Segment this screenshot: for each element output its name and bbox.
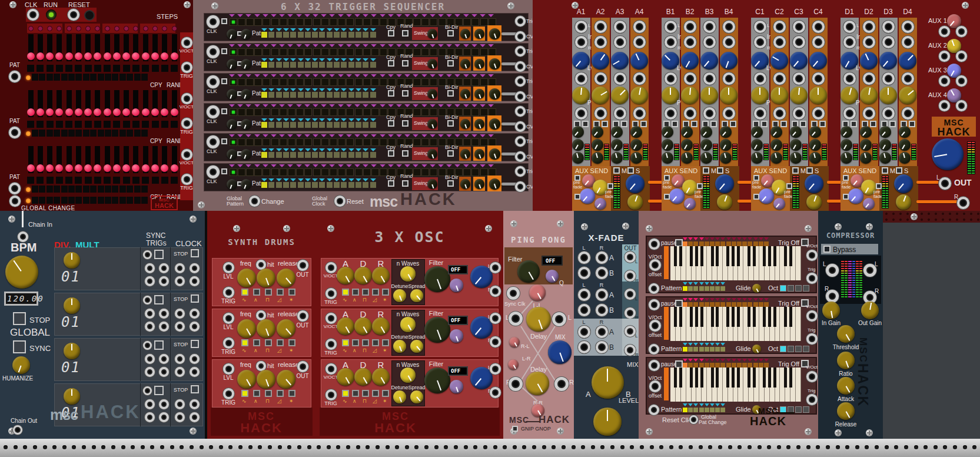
pattern-step-marker[interactable] — [319, 58, 325, 61]
trigger-step-marker[interactable] — [388, 14, 394, 17]
note-step[interactable] — [705, 302, 709, 307]
note-step[interactable] — [764, 363, 769, 367]
note-step[interactable] — [726, 241, 731, 246]
pattern-step[interactable] — [305, 122, 311, 128]
pattern-step-marker[interactable] — [334, 178, 340, 181]
copy-button[interactable] — [388, 90, 394, 97]
reset-clk-input[interactable] — [689, 415, 698, 424]
aux-out-port[interactable] — [939, 26, 950, 37]
trigger-step-marker[interactable] — [380, 134, 386, 137]
pattern-step[interactable] — [261, 182, 267, 188]
trigger-step-marker[interactable] — [488, 74, 494, 77]
pattern-input[interactable] — [649, 283, 659, 294]
pattern-step[interactable] — [683, 347, 687, 352]
trigger-step[interactable] — [421, 108, 429, 116]
trigger-step[interactable] — [421, 18, 429, 26]
note-step[interactable] — [748, 302, 752, 307]
step-led[interactable] — [67, 26, 72, 31]
step-cell[interactable] — [132, 177, 139, 184]
pattern-step[interactable] — [283, 62, 289, 68]
trigger-step[interactable] — [271, 168, 279, 176]
note-step-marker[interactable] — [753, 237, 758, 240]
black-key[interactable] — [737, 307, 740, 327]
pattern-step[interactable] — [334, 32, 340, 38]
trigger-step[interactable] — [346, 48, 354, 56]
pattern-step[interactable] — [298, 92, 304, 98]
step-cell[interactable] — [27, 65, 34, 72]
threshold-knob[interactable] — [837, 325, 855, 343]
trigger-step-marker[interactable] — [263, 164, 268, 167]
pattern-knob[interactable] — [241, 89, 251, 100]
bidir-button[interactable] — [447, 120, 454, 127]
level-knob[interactable] — [700, 52, 718, 69]
pattern-step-marker[interactable] — [356, 88, 361, 91]
pattern-step[interactable] — [693, 286, 698, 291]
xfade-out-r[interactable] — [624, 307, 636, 319]
note-step-marker[interactable] — [688, 237, 693, 240]
note-step-marker[interactable] — [683, 237, 687, 240]
trigger-step[interactable] — [230, 108, 237, 116]
pattern-step-marker[interactable] — [276, 28, 282, 31]
wave-select-button[interactable] — [372, 289, 379, 296]
level-cv-port[interactable] — [594, 72, 607, 85]
note-step[interactable] — [742, 241, 747, 246]
pattern-knob[interactable] — [227, 179, 237, 190]
note-step-marker[interactable] — [705, 359, 709, 362]
note-step[interactable] — [699, 363, 704, 367]
trigger-step[interactable] — [363, 108, 371, 116]
pattern-step[interactable] — [98, 130, 104, 137]
trigger-step[interactable] — [296, 108, 304, 116]
trigger-step-marker[interactable] — [254, 44, 260, 47]
bidir-button[interactable] — [447, 60, 454, 67]
trigger-step-marker[interactable] — [354, 134, 360, 137]
trigger-step-marker[interactable] — [296, 74, 302, 77]
aux3-send-knob[interactable] — [580, 188, 595, 204]
level-cv-port[interactable] — [882, 72, 895, 85]
trigger-step[interactable] — [346, 18, 354, 26]
trigger-step-marker[interactable] — [296, 164, 302, 167]
black-key[interactable] — [695, 307, 698, 327]
pattern-step[interactable] — [83, 130, 89, 137]
pattern-step-marker[interactable] — [715, 403, 720, 406]
eq-mid-knob[interactable] — [700, 139, 712, 151]
input-r-port[interactable] — [812, 36, 825, 48]
cv-knob[interactable] — [489, 178, 500, 190]
pattern-step-marker[interactable] — [312, 178, 318, 181]
pattern-step[interactable] — [356, 152, 361, 158]
trigger-step-marker[interactable] — [263, 104, 268, 107]
release-knob[interactable] — [277, 370, 295, 389]
filter-cutoff-knob[interactable] — [424, 317, 450, 343]
wave-select-button[interactable] — [277, 390, 284, 397]
group-mute-button[interactable] — [613, 167, 620, 174]
trigger-step-marker[interactable] — [279, 104, 285, 107]
pattern-step-marker[interactable] — [370, 58, 376, 61]
release-knob[interactable] — [277, 319, 295, 338]
pattern-step[interactable] — [312, 92, 318, 98]
trigger-step[interactable] — [355, 108, 363, 116]
pattern-step[interactable] — [715, 347, 720, 352]
pattern-step[interactable] — [363, 182, 368, 188]
clk-input[interactable] — [207, 105, 220, 118]
trigger-step-marker[interactable] — [313, 104, 318, 107]
row-mode-button[interactable] — [221, 48, 227, 54]
note-step-marker[interactable] — [720, 298, 725, 301]
black-key[interactable] — [711, 246, 714, 266]
trig-output[interactable] — [159, 399, 169, 409]
note-step-marker[interactable] — [683, 298, 687, 301]
pan-cv-port[interactable] — [684, 107, 696, 120]
slider-handle[interactable] — [36, 164, 44, 172]
pattern-step-marker[interactable] — [720, 343, 725, 346]
trigger-step[interactable] — [346, 138, 354, 146]
pattern-step-marker[interactable] — [683, 403, 687, 406]
group-mute-button[interactable] — [792, 167, 799, 174]
note-step-marker[interactable] — [748, 359, 752, 362]
note-step[interactable] — [720, 241, 725, 246]
trig-output[interactable] — [159, 412, 169, 422]
trig-output[interactable] — [181, 174, 192, 185]
pattern-step-marker[interactable] — [290, 58, 296, 61]
trigger-step-marker[interactable] — [237, 164, 243, 167]
random-button[interactable] — [402, 150, 408, 157]
step-cell[interactable] — [46, 121, 54, 128]
sync-trig-button[interactable] — [154, 250, 164, 259]
slider-handle[interactable] — [84, 108, 92, 116]
